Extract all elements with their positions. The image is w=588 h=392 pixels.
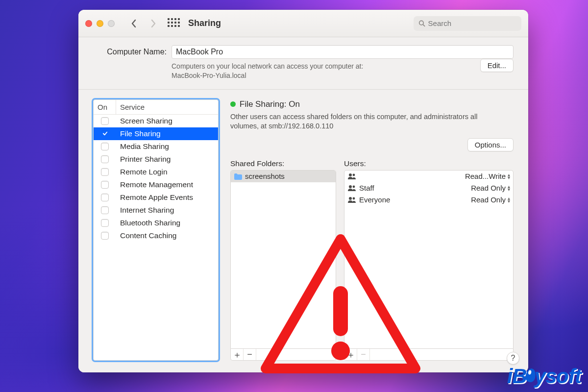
service-checkbox[interactable]: [101, 130, 109, 138]
service-row[interactable]: Content Caching: [94, 229, 218, 242]
column-service: Service: [116, 100, 218, 114]
chevron-left-icon: [130, 19, 137, 28]
window-controls: [85, 20, 115, 27]
service-row[interactable]: Media Sharing: [94, 140, 218, 153]
zoom-window-button: [108, 20, 115, 27]
shared-folders-title: Shared Folders:: [230, 159, 336, 168]
options-button[interactable]: Options...: [467, 138, 514, 151]
service-checkbox[interactable]: [101, 117, 109, 125]
close-window-button[interactable]: [85, 20, 92, 27]
service-label: Bluetooth Sharing: [116, 219, 218, 227]
service-row[interactable]: Bluetooth Sharing: [94, 217, 218, 229]
back-button[interactable]: [126, 16, 141, 31]
grid-icon: [168, 18, 178, 29]
service-label: Content Caching: [116, 231, 218, 240]
service-label: Media Sharing: [116, 142, 218, 151]
remove-user-button[interactable]: −: [357, 349, 370, 360]
stepper-icon: ▴▾: [508, 185, 510, 191]
shared-folders-toolbar: ＋ −: [230, 349, 336, 361]
stepper-icon: ▴▾: [508, 173, 510, 179]
service-checkbox[interactable]: [101, 168, 109, 176]
service-label: Printer Sharing: [116, 155, 218, 164]
search-field[interactable]: [414, 16, 521, 31]
service-detail-pane: File Sharing: On Other users can access …: [230, 99, 514, 361]
svg-point-3: [353, 174, 355, 176]
add-shared-folder-button[interactable]: ＋: [231, 349, 244, 360]
svg-point-2: [349, 173, 352, 176]
main-content: On Service Screen SharingFile SharingMed…: [78, 90, 528, 372]
user-permission-value: Read...Write: [465, 172, 506, 180]
user-permission-value: Read Only: [471, 196, 506, 204]
chevron-right-icon: [150, 19, 157, 28]
search-input[interactable]: [428, 19, 516, 27]
forward-button: [146, 16, 161, 31]
people-icon: [347, 185, 356, 191]
svg-point-4: [349, 185, 352, 188]
services-list[interactable]: On Service Screen SharingFile SharingMed…: [93, 99, 219, 361]
svg-point-5: [353, 186, 355, 188]
user-permission-select[interactable]: Read Only▴▾: [471, 196, 510, 204]
search-icon: [418, 20, 425, 27]
service-label: Internet Sharing: [116, 206, 218, 215]
users-column: Users: Read...Write▴▾StaffRead Only▴▾Eve…: [344, 159, 514, 361]
people-icon: [347, 173, 356, 179]
user-name: Everyone: [359, 196, 390, 204]
shared-folder-row[interactable]: screenshots: [231, 171, 336, 182]
svg-point-6: [349, 197, 352, 200]
shared-folders-list[interactable]: screenshots: [230, 170, 336, 349]
users-toolbar: ＋ −: [344, 349, 514, 361]
minimize-window-button[interactable]: [97, 20, 103, 27]
add-user-button[interactable]: ＋: [344, 349, 357, 360]
service-checkbox[interactable]: [101, 194, 109, 201]
user-row[interactable]: Read...Write▴▾: [344, 171, 513, 182]
computer-name-value: MacBook Pro: [176, 48, 223, 56]
service-row[interactable]: Printer Sharing: [94, 153, 218, 166]
help-button[interactable]: ?: [507, 352, 519, 365]
status-description: Other users can access shared folders on…: [230, 112, 505, 131]
service-row[interactable]: Remote Management: [94, 178, 218, 191]
show-all-button[interactable]: [166, 16, 180, 31]
column-on: On: [94, 100, 116, 114]
user-permission-select[interactable]: Read...Write▴▾: [465, 172, 510, 180]
titlebar: Sharing: [78, 10, 528, 37]
service-label: Remote Apple Events: [116, 193, 218, 202]
service-checkbox[interactable]: [101, 206, 109, 214]
people-icon: [347, 196, 356, 203]
service-row[interactable]: Remote Login: [94, 166, 218, 178]
shared-folder-name: screenshots: [245, 172, 285, 180]
status-indicator-icon: [230, 101, 236, 107]
service-label: File Sharing: [116, 129, 218, 138]
service-checkbox[interactable]: [101, 181, 109, 189]
service-checkbox[interactable]: [101, 219, 109, 227]
folder-icon: [234, 173, 242, 180]
status-line: File Sharing: On: [230, 99, 514, 109]
edit-hostname-button[interactable]: Edit...: [480, 59, 514, 72]
preferences-window: Sharing Computer Name: MacBook Pro Compu…: [78, 10, 528, 372]
user-row[interactable]: StaffRead Only▴▾: [344, 182, 513, 194]
service-checkbox[interactable]: [101, 143, 109, 150]
user-row[interactable]: EveryoneRead Only▴▾: [344, 194, 513, 206]
status-title: File Sharing: On: [240, 99, 300, 109]
local-hostname-note: Computers on your local network can acce…: [172, 62, 363, 80]
service-label: Remote Login: [116, 168, 218, 176]
window-title: Sharing: [188, 18, 221, 28]
computer-name-field[interactable]: MacBook Pro: [172, 45, 514, 59]
computer-name-section: Computer Name: MacBook Pro Computers on …: [78, 37, 528, 90]
service-checkbox[interactable]: [101, 232, 109, 240]
users-title: Users:: [344, 159, 514, 168]
service-row[interactable]: Remote Apple Events: [94, 191, 218, 204]
service-row[interactable]: Screen Sharing: [94, 115, 218, 127]
users-list[interactable]: Read...Write▴▾StaffRead Only▴▾EveryoneRe…: [344, 170, 514, 349]
service-checkbox[interactable]: [101, 155, 109, 163]
svg-line-1: [423, 24, 424, 26]
user-name: Staff: [359, 184, 374, 192]
user-permission-value: Read Only: [471, 184, 506, 192]
shared-folders-column: Shared Folders: screenshots ＋ −: [230, 159, 336, 361]
svg-point-7: [353, 197, 355, 200]
user-permission-select[interactable]: Read Only▴▾: [471, 184, 510, 192]
service-row[interactable]: File Sharing: [94, 127, 218, 140]
service-row[interactable]: Internet Sharing: [94, 204, 218, 217]
services-header: On Service: [94, 100, 218, 115]
remove-shared-folder-button[interactable]: −: [244, 349, 256, 360]
stepper-icon: ▴▾: [508, 197, 510, 203]
